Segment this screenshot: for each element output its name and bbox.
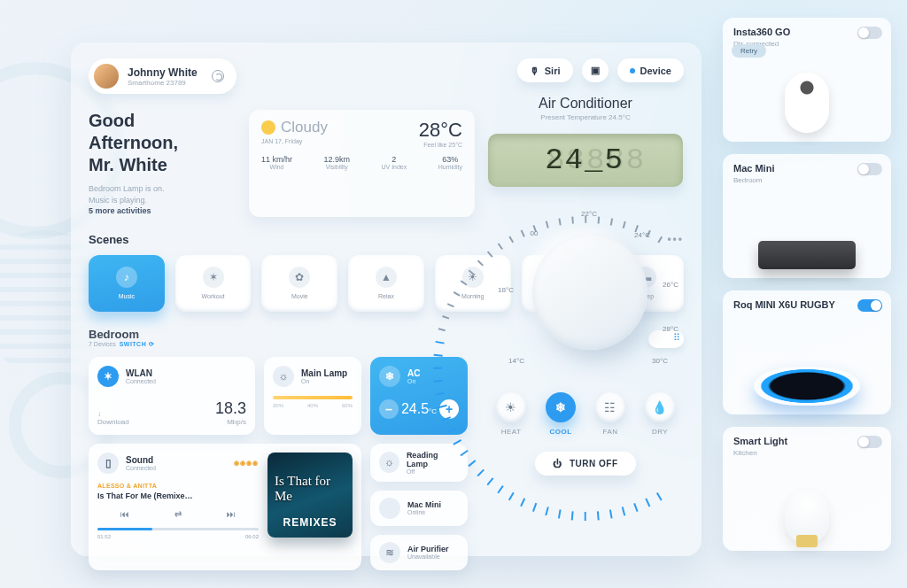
avatar: [94, 64, 119, 89]
ac-tile[interactable]: ❄ ACOn – 24.5°C +: [370, 357, 468, 435]
track-title: Is That For Me (Remixe…: [97, 491, 259, 500]
ac-title: Air Conditioner: [539, 96, 632, 112]
device-card-bulb[interactable]: Smart Light Kitchen: [723, 427, 891, 551]
device-image: [785, 73, 829, 133]
device-card-rugby[interactable]: Roq MINI X6U RUGBY: [723, 290, 891, 414]
device-image: [785, 489, 829, 542]
retry-button[interactable]: Retry: [732, 44, 766, 58]
camera-icon: ▣: [591, 65, 600, 76]
mode-heat[interactable]: ☀ HEAT: [496, 392, 526, 436]
reading-lamp-tile[interactable]: ☼ Reading LampOff: [370, 444, 468, 482]
mode-fan[interactable]: ☷ FAN: [595, 392, 625, 436]
ac-lcd-display: 88888 24_5: [488, 134, 683, 187]
device-image: [754, 367, 860, 406]
weather-stat: 2UV Index: [381, 155, 407, 170]
bulb-icon: ☼: [273, 366, 294, 387]
device-toggle[interactable]: [857, 27, 882, 39]
user-profile-pill[interactable]: Johnny White Smarthome 23789: [89, 58, 236, 94]
speaker-icon: ▯: [97, 453, 119, 474]
device-card-insta[interactable]: Insta360 GO Dis-connected Retry: [723, 18, 891, 142]
dashboard-card: Johnny White Smarthome 23789 🎙 Siri ▣ De…: [71, 43, 702, 556]
wlan-speed: 18.3: [215, 399, 246, 417]
scene-relax[interactable]: ▲ Relax: [348, 255, 424, 312]
activity-line: Bedroom Lamp is on.: [89, 184, 165, 193]
mode-dry[interactable]: 💧 DRY: [645, 392, 675, 436]
wind-icon: ≋: [379, 542, 400, 563]
wifi-icon: ✶: [97, 366, 119, 387]
temp-down-button[interactable]: –: [379, 399, 399, 419]
mode-cool[interactable]: ❄ COOL: [546, 392, 576, 436]
weather-date: JAN 17, Friday: [261, 138, 328, 144]
scene-icon: ✿: [289, 267, 310, 288]
heat-icon: ☀: [496, 392, 526, 422]
dry-icon: 💧: [645, 392, 675, 422]
lamp-icon: ☼: [379, 452, 399, 473]
ac-dial[interactable]: 14°C 18°C 00 22°C 24°C 26°C 28°C 30°C: [497, 208, 674, 376]
microphone-icon: 🎙: [530, 66, 539, 76]
ac-subtitle: Present Temperature 24.5°C: [540, 113, 630, 121]
device-card-macmini[interactable]: Mac Mini Bedroom: [723, 154, 891, 278]
cool-icon: ❄: [546, 392, 576, 422]
greeting-title: Good Afternoon, Mr. White: [89, 110, 226, 176]
album-art[interactable]: Is That for Me REMIXES: [267, 453, 353, 538]
weather-stat: 63%Humidity: [438, 155, 462, 170]
weather-icon: [261, 120, 275, 135]
record-icon: [630, 68, 635, 74]
device-column: Insta360 GO Dis-connected Retry Mac Mini…: [723, 18, 891, 551]
device-toggle[interactable]: [857, 163, 882, 175]
artist-label: ALESSO & ANITTA: [97, 483, 259, 489]
greeting-block: Good Afternoon, Mr. White Bedroom Lamp i…: [89, 110, 226, 217]
air-purifier-tile[interactable]: ≋ Air PurifierUnavailable: [370, 535, 468, 570]
power-icon: ⏻: [553, 459, 562, 468]
scene-icon: ✶: [203, 267, 224, 288]
weather-card[interactable]: Cloudy JAN 17, Friday 28°C Feel like 25°…: [249, 110, 475, 217]
weather-feels-like: Feel like 25°C: [419, 142, 462, 148]
room-title: Bedroom: [89, 328, 154, 341]
user-home-id: Smarthome 23789: [128, 79, 198, 87]
fan-icon: ☷: [595, 392, 625, 422]
weather-temp: 28°C: [419, 119, 462, 142]
scene-music[interactable]: ♪ Music: [89, 255, 165, 312]
snowflake-icon: ❄: [379, 366, 400, 387]
progress-slider[interactable]: [97, 528, 259, 530]
activity-line: Music is playing.: [89, 196, 147, 205]
top-actions: 🎙 Siri ▣ Device: [517, 58, 684, 82]
music-tile[interactable]: ▯ SoundConnected ◉◉◉◉ ALESSO & ANITTA Is…: [89, 444, 361, 570]
equalizer-icon: ◉◉◉◉: [234, 460, 259, 467]
weather-stat: 11 km/hrWind: [261, 155, 292, 170]
temp-up-button[interactable]: +: [439, 399, 459, 419]
camera-button[interactable]: ▣: [582, 58, 609, 82]
scene-movie[interactable]: ✿ Movie: [261, 255, 337, 312]
turn-off-button[interactable]: ⏻ TURN OFF: [535, 452, 635, 476]
device-status: Kitchen: [733, 449, 880, 457]
user-name: Johnny White: [128, 66, 198, 79]
device-toggle[interactable]: [857, 436, 882, 448]
switch-room-link[interactable]: SWITCH ⟳: [120, 341, 155, 347]
ac-panel: Air Conditioner Present Temperature 24.5…: [487, 96, 684, 476]
shuffle-button[interactable]: ⇄: [174, 509, 182, 519]
siri-button[interactable]: 🎙 Siri: [517, 58, 573, 82]
main-lamp-tile[interactable]: ☼ Main LampOn 20%40%60%: [264, 357, 361, 435]
scene-icon: ♪: [116, 267, 137, 288]
device-button[interactable]: Device: [617, 58, 684, 82]
next-track-button[interactable]: ⏭: [227, 509, 236, 519]
apple-icon: [379, 498, 400, 519]
scene-icon: ▲: [376, 267, 397, 288]
sync-icon[interactable]: [212, 70, 224, 82]
more-activities-link[interactable]: 5 more activities: [89, 206, 151, 215]
macmini-tile[interactable]: Mac MiniOnline: [370, 491, 468, 526]
brightness-slider[interactable]: [273, 396, 353, 399]
weather-condition: Cloudy: [281, 119, 328, 136]
device-toggle[interactable]: [857, 299, 882, 312]
scene-workout[interactable]: ✶ Workout: [175, 255, 252, 312]
download-icon: ↓: [97, 410, 101, 418]
prev-track-button[interactable]: ⏮: [120, 509, 129, 519]
weather-stat: 12.9kmVisibility: [323, 155, 350, 170]
device-image: [758, 241, 856, 269]
wlan-tile[interactable]: ✶ WLANConnected ↓Download 18.3Mbp/s: [89, 357, 255, 435]
device-status: Bedroom: [733, 176, 880, 184]
